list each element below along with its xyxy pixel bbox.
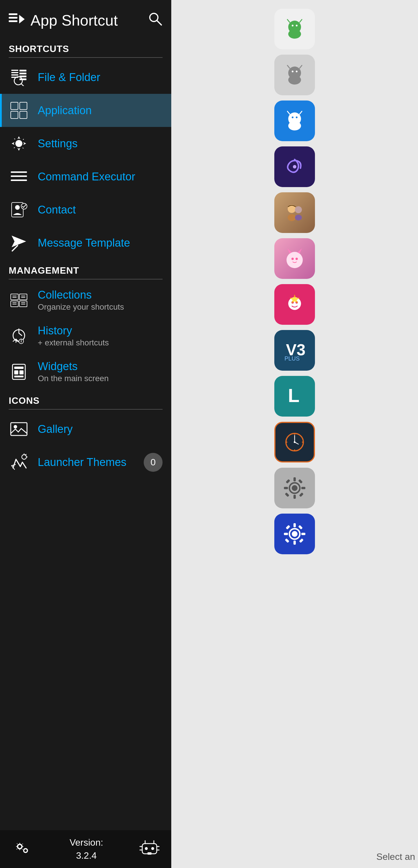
command-executor-label: Command Executor [38,170,135,183]
svg-line-94 [287,111,290,114]
menu-item-application[interactable]: Application [0,94,171,127]
svg-rect-136 [301,533,306,535]
svg-rect-26 [13,172,14,173]
svg-rect-36 [20,294,27,300]
settings-icon [9,133,29,154]
svg-rect-128 [299,492,303,497]
svg-rect-0 [9,13,18,15]
menu-item-collections[interactable]: Collections Organize your shortcuts [0,282,171,318]
svg-rect-124 [293,495,296,499]
svg-text:L: L [288,385,299,406]
svg-point-66 [24,849,27,852]
svg-rect-2 [9,20,18,22]
svg-point-92 [292,117,293,118]
widgets-content: Widgets On the main screen [38,360,108,383]
svg-rect-130 [285,492,289,497]
svg-rect-28 [13,180,14,181]
svg-point-93 [296,117,297,118]
left-panel: App Shortcut SHORTCUTS [0,0,171,868]
svg-point-104 [291,258,294,260]
menu-item-history[interactable]: History + external shortcuts [0,318,171,354]
icons-divider [9,409,163,410]
svg-rect-127 [286,479,290,484]
svg-point-69 [145,847,148,850]
app-icon-3[interactable] [274,100,315,141]
right-panel: V3 PLUS L [171,0,418,868]
menu-item-gallery[interactable]: Gallery [0,412,171,445]
svg-rect-134 [293,540,296,545]
menu-item-settings[interactable]: Settings [0,127,171,160]
app-icon-9[interactable]: L [274,376,315,416]
svg-rect-51 [14,367,24,369]
svg-rect-55 [11,423,27,435]
app-icon-12[interactable] [274,514,315,554]
svg-rect-16 [11,102,18,110]
select-an-label: Select an [377,851,415,862]
svg-line-88 [287,65,290,68]
svg-rect-123 [293,477,296,482]
menu-item-message-template[interactable]: Message Template [0,226,171,259]
svg-rect-129 [298,479,303,484]
svg-rect-138 [299,538,303,543]
svg-rect-54 [14,376,24,377]
svg-line-82 [287,20,290,22]
app-icon-11[interactable] [274,468,315,508]
svg-point-99 [295,206,302,213]
settings-gears[interactable] [11,838,33,860]
app-icon-2[interactable] [274,55,315,95]
svg-point-80 [292,25,293,26]
management-divider [9,279,163,279]
file-folder-icon [9,67,29,87]
shortcuts-section-label: SHORTCUTS [0,38,171,57]
svg-point-105 [295,258,298,260]
history-label: History [38,324,109,337]
svg-rect-19 [20,111,27,119]
app-icon-4[interactable] [274,147,315,187]
menu-item-file-folder[interactable]: File & Folder [0,61,171,94]
widgets-icon [9,362,29,382]
menu-item-contact[interactable]: Contact [0,193,171,226]
header: App Shortcut [0,0,171,38]
history-content: History + external shortcuts [38,324,109,347]
svg-point-57 [22,455,26,459]
search-icon[interactable] [148,11,163,29]
widgets-label: Widgets [38,360,108,373]
command-executor-icon [9,166,29,187]
contact-label: Contact [38,204,76,216]
svg-rect-10 [20,70,26,71]
app-icon-1[interactable] [274,9,315,50]
svg-rect-1 [9,17,18,19]
svg-point-81 [296,25,297,26]
launcher-themes-badge: 0 [144,453,163,472]
svg-point-70 [151,847,154,850]
svg-point-132 [292,531,297,537]
app-icon-10[interactable] [274,422,315,462]
menu-item-command-executor[interactable]: Command Executor [0,160,171,193]
svg-line-89 [299,65,302,68]
collections-subtext: Organize your shortcuts [38,302,124,312]
svg-point-87 [296,70,297,72]
menu-item-launcher-themes[interactable]: Launcher Themes 0 [0,445,171,479]
app-icon-6[interactable] [274,238,315,279]
icons-section-label: ICONS [0,390,171,409]
svg-rect-11 [20,73,26,74]
svg-rect-7 [11,72,18,73]
app-icon-7[interactable] [274,284,315,325]
application-icon [9,100,29,121]
svg-rect-53 [20,370,24,374]
widgets-subtext: On the main screen [38,374,108,383]
svg-point-120 [302,441,303,443]
svg-point-119 [286,441,287,443]
app-icon-8[interactable]: V3 PLUS [274,330,315,371]
svg-rect-73 [148,852,152,855]
menu-item-widgets[interactable]: Widgets On the main screen [0,354,171,390]
robot-icon [139,838,160,861]
svg-marker-3 [19,15,25,24]
svg-point-98 [288,214,296,221]
svg-rect-133 [293,523,296,527]
app-icon-5[interactable] [274,192,315,233]
svg-rect-18 [20,102,27,110]
svg-rect-17 [11,111,18,119]
collections-content: Collections Organize your shortcuts [38,289,124,312]
application-label: Application [38,104,92,117]
